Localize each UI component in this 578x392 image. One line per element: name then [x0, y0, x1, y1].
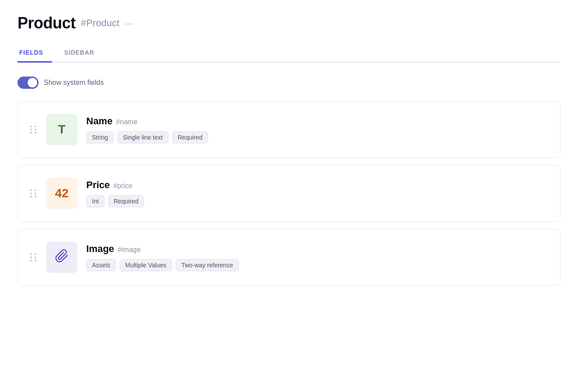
drag-dot: [30, 192, 32, 194]
tab-fields[interactable]: FIELDS: [18, 45, 52, 63]
drag-dot: [30, 196, 32, 197]
page-title: Product: [18, 14, 76, 32]
page-hash: #Product: [81, 18, 120, 29]
field-card-image: Image #image Assets Multiple Values Two-…: [18, 229, 560, 286]
tab-sidebar[interactable]: SIDEBAR: [63, 45, 103, 63]
drag-dot: [35, 256, 36, 258]
tag-required-price: Required: [108, 195, 144, 207]
field-icon-price: 42: [46, 178, 78, 209]
show-system-fields-toggle[interactable]: [18, 77, 39, 89]
fields-list: T Name #name String Single line text Req…: [18, 101, 560, 286]
field-icon-name: T: [46, 114, 78, 145]
tag-two-way-reference: Two-way reference: [176, 259, 239, 271]
toggle-label: Show system fields: [44, 79, 104, 87]
tag-single-line-text: Single line text: [117, 131, 169, 144]
drag-dot: [35, 192, 36, 194]
toggle-knob: [28, 78, 37, 88]
drag-dot: [30, 126, 32, 127]
tag-int: Int: [86, 195, 105, 207]
drag-handle-price[interactable]: [30, 189, 37, 197]
field-info-image: Image #image Assets Multiple Values Two-…: [86, 243, 548, 271]
field-name-row-price: Price #price: [86, 179, 548, 191]
drag-dot: [35, 196, 36, 197]
paperclip-icon: [55, 249, 69, 266]
drag-dot: [35, 259, 36, 261]
page-header: Product #Product ···: [18, 14, 560, 32]
tag-string: String: [86, 131, 114, 144]
field-info-price: Price #price Int Required: [86, 179, 548, 207]
tabs-bar: FIELDS SIDEBAR: [18, 45, 560, 63]
field-icon-image: [46, 242, 78, 273]
drag-dot: [30, 189, 32, 191]
drag-dot: [35, 253, 36, 255]
drag-dot: [35, 126, 36, 127]
drag-dot: [30, 256, 32, 258]
field-name-row-image: Image #image: [86, 243, 548, 255]
field-tags-image: Assets Multiple Values Two-way reference: [86, 259, 548, 271]
field-hash-label-price: #price: [113, 182, 133, 190]
field-name-row: Name #name: [86, 116, 548, 127]
field-card-name: T Name #name String Single line text Req…: [18, 101, 560, 158]
tag-assets: Assets: [86, 259, 116, 271]
field-hash-label-image: #image: [118, 246, 141, 254]
field-name-label-price: Price: [86, 179, 110, 191]
drag-handle-image[interactable]: [30, 253, 37, 261]
drag-dot: [35, 189, 36, 191]
drag-dot: [30, 253, 32, 255]
field-tags-name: String Single line text Required: [86, 131, 548, 144]
drag-dot: [35, 132, 36, 133]
drag-dot: [30, 132, 32, 133]
field-name-label-image: Image: [86, 243, 114, 255]
field-tags-price: Int Required: [86, 195, 548, 207]
show-system-fields-row: Show system fields: [18, 77, 560, 89]
field-card-price: 42 Price #price Int Required: [18, 165, 560, 222]
more-options-icon[interactable]: ···: [125, 18, 135, 28]
field-hash-label: #name: [116, 118, 137, 126]
drag-dot: [30, 129, 32, 130]
drag-dot: [35, 129, 36, 130]
drag-handle-name[interactable]: [30, 126, 37, 133]
drag-dot: [30, 259, 32, 261]
field-info-name: Name #name String Single line text Requi…: [86, 116, 548, 144]
tag-required: Required: [172, 131, 208, 144]
field-name-label: Name: [86, 116, 113, 127]
tag-multiple-values: Multiple Values: [120, 259, 172, 271]
